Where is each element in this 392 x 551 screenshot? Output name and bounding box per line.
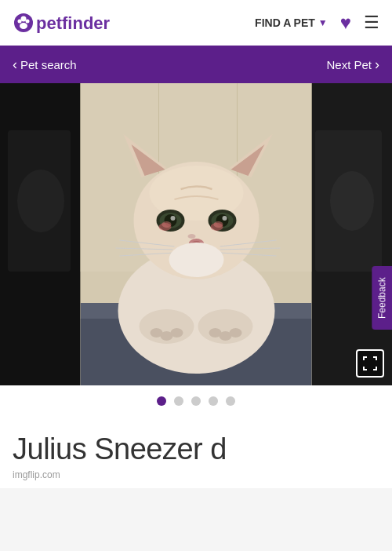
fullscreen-button[interactable] xyxy=(356,349,384,378)
feedback-tab[interactable]: Feedback xyxy=(372,266,392,330)
app-header: petfinder FIND A PET ▼ ♥ ☰ xyxy=(0,0,392,46)
svg-point-8 xyxy=(17,170,64,232)
right-thumbnail-svg xyxy=(311,83,392,385)
image-watermark: imgflip.com xyxy=(13,469,379,480)
svg-point-54 xyxy=(330,171,374,231)
next-pet-label: Next Pet xyxy=(326,58,372,71)
carousel-dot-1[interactable] xyxy=(157,396,166,406)
back-chevron-icon: ‹ xyxy=(13,57,17,73)
hamburger-menu-icon[interactable]: ☰ xyxy=(364,13,379,33)
feedback-label: Feedback xyxy=(377,277,388,319)
cat-illustration xyxy=(81,83,312,385)
find-pet-button[interactable]: FIND A PET ▼ xyxy=(255,16,328,29)
svg-point-1 xyxy=(21,16,27,22)
svg-point-36 xyxy=(188,234,196,239)
find-pet-label: FIND A PET xyxy=(255,16,315,29)
next-pet-link[interactable]: Next Pet › xyxy=(326,57,379,73)
left-thumbnail-svg xyxy=(0,83,81,385)
svg-point-43 xyxy=(169,243,224,277)
svg-point-4 xyxy=(20,23,27,29)
fullscreen-icon xyxy=(362,356,378,371)
svg-text:petfinder: petfinder xyxy=(36,13,111,33)
pet-name-section: Julius Sneezer d imgflip.com xyxy=(0,417,392,488)
svg-point-33 xyxy=(214,221,223,228)
image-carousel xyxy=(0,83,392,385)
pet-search-label: Pet search xyxy=(20,58,77,71)
next-chevron-icon: › xyxy=(375,57,379,73)
svg-point-51 xyxy=(230,328,242,338)
carousel-side-right xyxy=(311,83,392,385)
favorites-heart-icon[interactable]: ♥ xyxy=(340,12,351,34)
find-pet-chevron-icon: ▼ xyxy=(318,17,328,28)
svg-point-27 xyxy=(162,221,172,228)
pet-name: Julius Sneezer d xyxy=(13,432,379,466)
svg-point-48 xyxy=(171,328,183,338)
svg-point-25 xyxy=(171,216,176,221)
carousel-dot-4[interactable] xyxy=(209,396,218,406)
pet-nav-bar: ‹ Pet search Next Pet › xyxy=(0,46,392,83)
carousel-dot-2[interactable] xyxy=(174,396,183,406)
carousel-dot-3[interactable] xyxy=(191,396,201,406)
logo[interactable]: petfinder xyxy=(13,9,122,37)
carousel-dot-5[interactable] xyxy=(226,396,235,406)
carousel-dots xyxy=(0,385,392,417)
svg-point-31 xyxy=(223,216,227,221)
petfinder-logo-svg: petfinder xyxy=(13,9,122,37)
svg-point-2 xyxy=(18,20,22,24)
header-nav: FIND A PET ▼ ♥ ☰ xyxy=(255,12,379,34)
carousel-main-image[interactable] xyxy=(81,83,312,385)
svg-point-3 xyxy=(26,20,30,24)
pet-search-back-link[interactable]: ‹ Pet search xyxy=(13,57,77,73)
carousel-side-left xyxy=(0,83,81,385)
